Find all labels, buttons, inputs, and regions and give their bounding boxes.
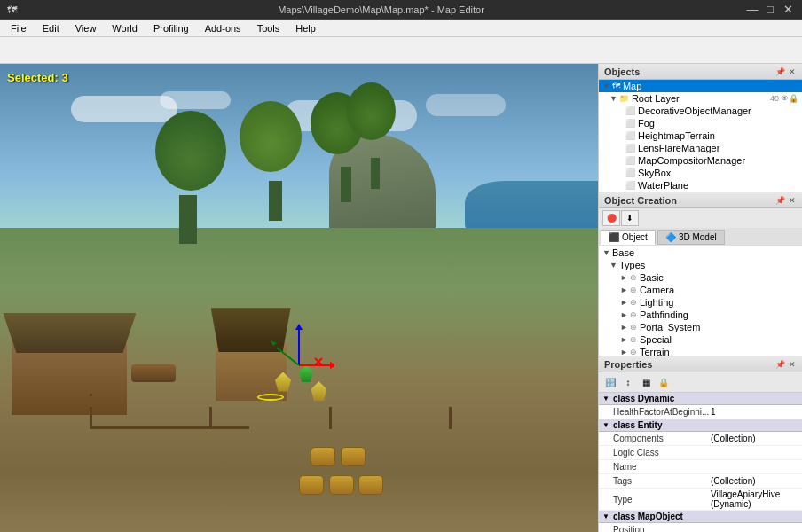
tab-object-label: Object	[622, 232, 648, 242]
menu-item-profiling[interactable]: Profiling	[146, 21, 196, 35]
svg-marker-1	[330, 362, 334, 369]
creation-tree-basic[interactable]: ► ⊕ Basic	[599, 271, 802, 284]
tab-3dmodel-label: 3D Model	[679, 232, 717, 242]
section-mapobject[interactable]: ▼ class MapObject	[599, 511, 802, 523]
objects-panel-header: Objects 📌 ✕	[599, 64, 802, 80]
menu-item-tools[interactable]: Tools	[250, 21, 287, 35]
viewport-label: Selected: 3	[7, 71, 68, 84]
properties-panel-icons: 📌 ✕	[774, 359, 797, 370]
prop-position: Position	[599, 523, 802, 532]
haybale-4	[311, 447, 335, 466]
section-dynamic[interactable]: ▼ class Dynamic	[599, 393, 802, 405]
properties-close-icon[interactable]: ✕	[788, 359, 797, 370]
tree-item-decorative[interactable]: ⬜ DecorativeObjectManager	[599, 105, 802, 117]
svg-line-4	[277, 348, 299, 365]
menu-item-view[interactable]: View	[68, 21, 104, 35]
titlebar-title: Maps\VillageDemo\Map\Map.map* - Map Edit…	[17, 4, 745, 15]
haybale-3	[358, 475, 383, 495]
creation-tree-pathfinding[interactable]: ► ⊕ Pathfinding	[599, 309, 802, 321]
menu-item-help[interactable]: Help	[288, 21, 323, 35]
creation-tree-portalsystem[interactable]: ► ⊕ Portal System	[599, 321, 802, 333]
creation-close-icon[interactable]: ✕	[788, 195, 797, 206]
prop-components: Components (Collection)	[599, 432, 802, 446]
objects-pin-icon[interactable]: 📌	[774, 66, 786, 77]
prop-logicclass: Logic Class	[599, 446, 802, 460]
tree-top-4	[347, 82, 396, 140]
tree-item-fog[interactable]: ⬜ Fog	[599, 117, 802, 129]
tree-top-2	[240, 101, 302, 172]
haybale-2	[329, 475, 354, 495]
menu-item-edit[interactable]: Edit	[35, 21, 67, 35]
prop-filter-btn[interactable]: ↕	[620, 374, 636, 390]
creation-tree-terrain[interactable]: ► ⊕ Terrain	[599, 346, 802, 356]
fence-post-2	[209, 407, 212, 429]
tab-object-icon: ⬛	[609, 232, 619, 242]
prop-tags: Tags (Collection)	[599, 474, 802, 489]
tree-top-1	[155, 111, 226, 191]
menu-item-file[interactable]: File	[4, 21, 34, 35]
creation-btn-2[interactable]: ⬇	[621, 210, 639, 226]
prop-sort-btn[interactable]: 🔡	[602, 374, 618, 390]
tab-3dmodel[interactable]: 🔷 3D Model	[657, 230, 725, 245]
right-panels: Objects 📌 ✕ ▼ 🗺 Map ▼ 📁 Root Layer 40	[598, 64, 802, 532]
tree-trunk-4	[371, 158, 380, 189]
objects-panel-title: Objects	[604, 66, 640, 77]
svg-marker-3	[295, 324, 303, 330]
creation-tree-lighting[interactable]: ► ⊕ Lighting	[599, 296, 802, 309]
tree-item-heightmap[interactable]: ⬜ HeightmapTerrain	[599, 129, 802, 142]
tree-trunk-3	[341, 167, 351, 202]
haybale-5	[341, 447, 366, 466]
menu-item-add-ons[interactable]: Add-ons	[198, 21, 248, 35]
creation-tree-special[interactable]: ► ⊕ Special	[599, 333, 802, 346]
creation-tree-camera[interactable]: ► ⊕ Camera	[599, 284, 802, 296]
creation-panel-icons: 📌 ✕	[774, 195, 797, 206]
tree-item-waterplane[interactable]: ⬜ WaterPlane	[599, 179, 802, 192]
building-left	[12, 344, 127, 415]
roof-left	[3, 313, 136, 353]
maximize-button[interactable]: □	[763, 3, 777, 17]
tree-item-skybox[interactable]: ⬜ SkyBox	[599, 167, 802, 179]
cloud-2	[160, 91, 231, 109]
creation-pin-icon[interactable]: 📌	[774, 195, 786, 206]
properties-toolbar: 🔡 ↕ ▦ 🔒	[599, 372, 802, 393]
creation-tree-types[interactable]: ▼ Types	[599, 259, 802, 271]
fence-1	[90, 426, 249, 429]
tree-item-root-layer[interactable]: ▼ 📁 Root Layer 40 👁 🔒	[599, 92, 802, 105]
section-entity[interactable]: ▼ class Entity	[599, 419, 802, 432]
properties-panel-title: Properties	[604, 359, 652, 370]
objects-panel-icons: 📌 ✕	[774, 66, 797, 77]
close-button[interactable]: ✕	[781, 3, 795, 17]
properties-pin-icon[interactable]: 📌	[774, 359, 786, 370]
creation-btn-1[interactable]: 🔴	[602, 210, 620, 226]
objects-close-icon[interactable]: ✕	[788, 66, 797, 77]
fence-cross-1	[90, 394, 92, 396]
properties-panel-header: Properties 📌 ✕	[599, 356, 802, 372]
cloud-4	[426, 94, 506, 116]
properties-panel: Properties 📌 ✕ 🔡 ↕ ▦ 🔒 ▼ class Dynamic	[599, 356, 802, 532]
creation-panel-header: Object Creation 📌 ✕	[599, 192, 802, 208]
prop-healthfactor: HealthFactorAtBeginni... 1	[599, 405, 802, 419]
svg-marker-5	[271, 340, 277, 346]
tree-trunk-1	[179, 195, 197, 244]
prop-lock-btn[interactable]: 🔒	[656, 374, 672, 390]
menu-item-world[interactable]: World	[105, 21, 145, 35]
titlebar: 🗺 Maps\VillageDemo\Map\Map.map* - Map Ed…	[0, 0, 802, 20]
tree-item-lensflare[interactable]: ⬜ LensFlareManager	[599, 142, 802, 154]
creation-tree-base[interactable]: ▼ Base	[599, 246, 802, 259]
viewport[interactable]: Selected: 3	[0, 64, 598, 532]
prop-expand-btn[interactable]: ▦	[638, 374, 654, 390]
toolbar	[0, 37, 802, 64]
objects-tree[interactable]: ▼ 🗺 Map ▼ 📁 Root Layer 40 👁 🔒 ⬜	[599, 80, 802, 192]
creation-tree[interactable]: ▼ Base ▼ Types ► ⊕ Basic ► ⊕	[599, 246, 802, 356]
fence-post-3	[329, 407, 332, 429]
menubar: FileEditViewWorldProfilingAdd-onsToolsHe…	[0, 20, 802, 37]
tab-object[interactable]: ⬛ Object	[601, 230, 656, 245]
tree-item-map[interactable]: ▼ 🗺 Map	[599, 80, 802, 92]
objects-panel: Objects 📌 ✕ ▼ 🗺 Map ▼ 📁 Root Layer 40	[599, 64, 802, 192]
fence-post-4	[449, 407, 452, 429]
minimize-button[interactable]: —	[745, 3, 759, 17]
creation-tabs: ⬛ Object 🔷 3D Model	[599, 228, 802, 246]
fence-post-1	[90, 407, 92, 429]
tree-item-mapcompositor[interactable]: ⬜ MapCompositorManager	[599, 154, 802, 167]
titlebar-icon: 🗺	[7, 4, 17, 15]
